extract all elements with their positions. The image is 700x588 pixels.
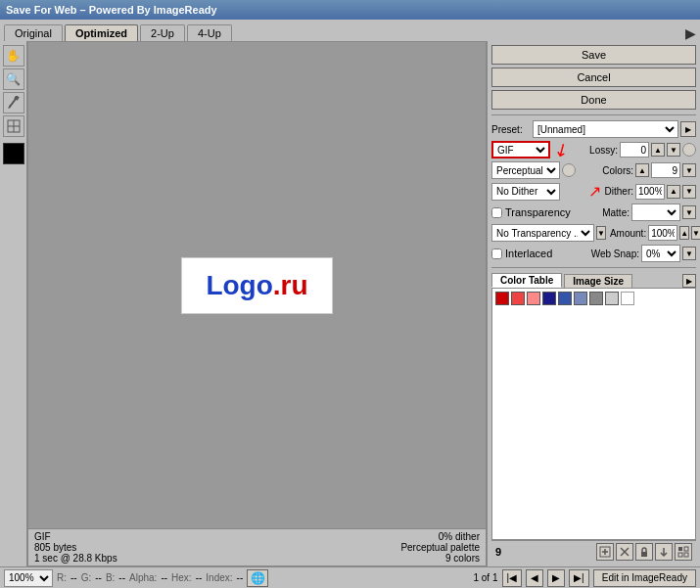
select-gamut-btn[interactable] xyxy=(675,543,692,561)
g-value: -- xyxy=(95,572,102,583)
zoom-select[interactable]: 100% xyxy=(4,569,53,587)
save-button[interactable]: Save xyxy=(491,45,696,65)
eyedropper-tool[interactable] xyxy=(3,92,24,113)
dither-select[interactable]: No Dither xyxy=(491,183,560,201)
dither-input[interactable] xyxy=(635,184,665,200)
color-swatches xyxy=(492,289,695,308)
transparency-checkbox[interactable] xyxy=(491,207,502,218)
websnap-down-btn[interactable]: ▼ xyxy=(682,247,696,260)
color-swatch-6[interactable] xyxy=(589,292,603,305)
lossy-up-btn[interactable]: ▲ xyxy=(651,143,665,157)
color-table-content xyxy=(491,288,696,540)
new-color-btn[interactable] xyxy=(596,543,614,561)
color-swatch-3[interactable] xyxy=(542,292,556,305)
preview-info: GIF 805 bytes 1 sec @ 28.8 Kbps 0% dithe… xyxy=(28,528,486,565)
page-next-btn[interactable]: ▶ xyxy=(547,569,565,587)
dither-down-btn[interactable]: ▼ xyxy=(682,185,696,199)
page-first-btn[interactable]: |◀ xyxy=(502,569,523,587)
title-bar: Save For Web – Powered By ImageReady xyxy=(0,0,700,20)
preset-select[interactable]: [Unnamed] xyxy=(533,120,678,138)
slice-tool[interactable] xyxy=(3,115,24,137)
bottom-bar: 100% R: -- G: -- B: -- Alpha: -- Hex: --… xyxy=(0,566,700,588)
r-value: -- xyxy=(70,572,77,583)
color-table-menu-btn[interactable]: ▶ xyxy=(682,274,696,288)
alpha-label: Alpha: xyxy=(129,572,157,583)
colors-up-btn[interactable]: ▲ xyxy=(635,163,649,177)
svg-rect-14 xyxy=(684,547,688,551)
preset-menu-btn[interactable]: ▶ xyxy=(680,121,696,137)
zoom-tool[interactable]: 🔍 xyxy=(3,68,24,90)
globe-button[interactable]: 🌐 xyxy=(247,569,268,587)
no-transparency-select[interactable]: No Transparency ... xyxy=(491,224,594,242)
right-panel: Save Cancel Done Preset: [Unnamed] ▶ GIF… xyxy=(487,41,700,566)
palette-select[interactable]: Perceptual xyxy=(491,161,560,179)
tab-4up[interactable]: 4-Up xyxy=(187,24,232,41)
tab-bar: Original Optimized 2-Up 4-Up ▶ xyxy=(0,20,700,41)
color-count: 9 xyxy=(495,546,501,558)
amount-input[interactable] xyxy=(648,225,677,241)
lossy-down-btn[interactable]: ▼ xyxy=(667,143,680,157)
g-label: G: xyxy=(81,572,92,583)
no-trans-down-btn[interactable]: ▼ xyxy=(596,226,606,240)
colors-down-btn[interactable]: ▼ xyxy=(682,163,696,177)
transparency-checkbox-row: Transparency xyxy=(491,206,571,218)
websnap-label: Web Snap: xyxy=(591,249,639,259)
dither-up-btn[interactable]: ▲ xyxy=(667,185,680,199)
svg-rect-15 xyxy=(678,553,682,557)
lock-color-btn[interactable] xyxy=(635,543,653,561)
color-swatch-7[interactable] xyxy=(605,292,619,305)
websnap-select[interactable]: 0% xyxy=(641,245,680,262)
preview-palette: Perceptual palette xyxy=(400,542,480,553)
interlaced-checkbox[interactable] xyxy=(491,249,502,259)
logo-text: Logo.ru xyxy=(206,270,307,301)
preset-row: Preset: [Unnamed] ▶ xyxy=(491,120,696,138)
tab-optimized[interactable]: Optimized xyxy=(65,24,138,42)
tab-original[interactable]: Original xyxy=(4,24,63,41)
lossy-label: Lossy: xyxy=(589,145,618,156)
hex-value: -- xyxy=(196,572,203,583)
image-size-tab[interactable]: Image Size xyxy=(564,274,632,288)
color-swatch-1[interactable] xyxy=(511,292,525,305)
preview-size: 805 bytes xyxy=(34,542,117,553)
color-swatch-8[interactable] xyxy=(621,292,634,305)
done-button[interactable]: Done xyxy=(491,90,696,110)
page-last-btn[interactable]: ▶| xyxy=(569,569,589,587)
palette-row: Perceptual Colors: ▲ ▼ xyxy=(491,161,696,179)
left-toolbar: ✋ 🔍 xyxy=(0,41,27,566)
lossy-circle-btn[interactable] xyxy=(682,143,696,157)
color-swatch-5[interactable] xyxy=(574,292,587,305)
palette-circle-btn[interactable] xyxy=(562,163,576,177)
lossy-input[interactable] xyxy=(620,142,649,158)
amount-down-btn[interactable]: ▼ xyxy=(691,226,700,240)
r-label: R: xyxy=(57,572,67,583)
transparency-row: Transparency Matte: ▼ xyxy=(491,204,696,221)
cancel-button[interactable]: Cancel xyxy=(491,68,696,87)
preview-info-left: GIF 805 bytes 1 sec @ 28.8 Kbps xyxy=(34,531,117,564)
hand-tool[interactable]: ✋ xyxy=(3,45,24,67)
delete-color-btn[interactable] xyxy=(616,543,633,561)
preview-dither: 0% dither xyxy=(400,531,480,542)
color-swatch-2[interactable] xyxy=(527,292,540,305)
colors-input[interactable] xyxy=(651,162,680,178)
amount-up-btn[interactable]: ▲ xyxy=(679,226,689,240)
matte-down-btn[interactable]: ▼ xyxy=(682,205,696,219)
preview-canvas: Logo.ru xyxy=(28,42,486,528)
shift-web-btn[interactable] xyxy=(655,543,673,561)
amount-label: Amount: xyxy=(610,228,646,239)
hex-label: Hex: xyxy=(171,572,192,583)
tab-nav-button[interactable]: ▶ xyxy=(685,25,696,41)
preview-format: GIF xyxy=(34,531,117,542)
tab-2up[interactable]: 2-Up xyxy=(140,24,185,41)
format-arrow: ↙ xyxy=(551,138,573,160)
matte-select[interactable] xyxy=(631,204,680,221)
logo-part1: Logo xyxy=(206,270,272,300)
page-prev-btn[interactable]: ◀ xyxy=(526,569,543,587)
color-swatch-0[interactable] xyxy=(495,292,509,305)
format-select[interactable]: GIF xyxy=(491,141,550,158)
foreground-color[interactable] xyxy=(3,143,24,164)
edit-imageready-btn[interactable]: Edit in ImageReady xyxy=(593,569,696,587)
logo-part2: .ru xyxy=(273,270,308,300)
page-info: 1 of 1 xyxy=(473,572,497,583)
color-table-tab[interactable]: Color Table xyxy=(491,273,562,288)
color-swatch-4[interactable] xyxy=(558,292,572,305)
